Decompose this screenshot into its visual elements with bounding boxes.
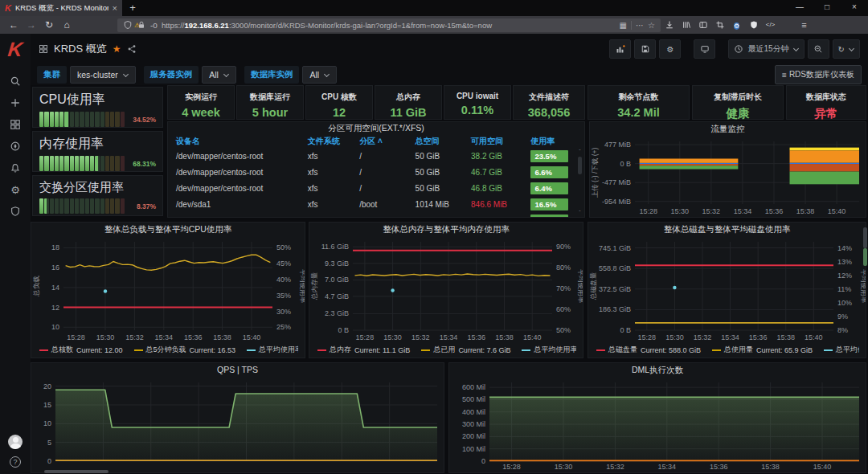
- extension-code-icon[interactable]: </>: [762, 16, 779, 34]
- configuration-gear-icon[interactable]: ⚙: [9, 184, 22, 197]
- gauge-title: 交换分区使用率: [39, 180, 156, 195]
- page-actions-icon[interactable]: ⋯: [636, 21, 644, 30]
- extension-gear-icon[interactable]: ⚙: [728, 16, 745, 34]
- downloads-icon[interactable]: [661, 20, 678, 30]
- table-row[interactable]: /dev/mapper/centos-rootxfs/50 GiB46.7 Gi…: [168, 164, 584, 180]
- qr-pixel-icon[interactable]: ▦: [620, 21, 627, 30]
- legend-swatch: [596, 349, 605, 351]
- vertical-scrollbar-thumb-green[interactable]: [863, 248, 867, 266]
- explore-compass-icon[interactable]: [9, 141, 22, 153]
- legend-item[interactable]: 总磁盘量Current: 588.0 GiB: [596, 345, 701, 355]
- panel-title-qps[interactable]: QPS | TPS: [31, 363, 444, 376]
- filter-value-dropdown[interactable]: All: [302, 66, 337, 84]
- legend-item[interactable]: 总平均使用率Current: 11.1%: [824, 345, 859, 355]
- panel-title-dml[interactable]: DML执行次数: [449, 363, 866, 376]
- help-icon[interactable]: ?: [10, 456, 21, 468]
- table-column-header[interactable]: 设备名: [176, 136, 308, 147]
- rds-dashboards-button[interactable]: ≡RDS数据库仪表板: [775, 65, 862, 84]
- sidebar-toggle-icon[interactable]: [694, 20, 711, 30]
- legend-item[interactable]: 总使用量Current: 65.9 GiB: [712, 345, 813, 355]
- chart-disk[interactable]: 745.1 GiB558.8 GiB372.5 GiB186.3 GiB0 B1…: [588, 235, 866, 343]
- dashboard-title[interactable]: KRDS 概览: [54, 42, 107, 56]
- gauge-segment: [85, 198, 89, 214]
- table-row[interactable]: /dev/mapper/centos-rootxfs/50 GiB38.2 Gi…: [168, 148, 584, 164]
- zoom-out-time-button[interactable]: [808, 39, 829, 59]
- panel-title-disk[interactable]: 整体总磁盘与整体平均磁盘使用率: [588, 223, 866, 235]
- table-column-header[interactable]: 分区 ˄: [359, 136, 415, 147]
- legend-item[interactable]: 总平均使用率Current: 36.3%: [247, 345, 298, 355]
- stat-label: 复制滞后时长: [693, 92, 783, 103]
- filter-value-dropdown[interactable]: kes-cluster: [70, 66, 136, 84]
- table-row[interactable]: /dev/sda1xfs/boot1014 MiB846.6 MiB16.5%: [168, 196, 584, 212]
- create-plus-icon[interactable]: [9, 97, 22, 110]
- horizontal-scrollbar-thumb[interactable]: [44, 470, 108, 473]
- svg-text:15:36: 15:36: [467, 333, 485, 341]
- swap-usage-bargauge[interactable]: [39, 198, 125, 214]
- forward-button[interactable]: →: [23, 16, 40, 34]
- favorite-star-icon[interactable]: ★: [113, 43, 121, 55]
- browser-tab[interactable]: K KRDS 概览 - KRDS Monitor P ×: [0, 0, 122, 16]
- lock-icon[interactable]: ⚠: [137, 20, 146, 30]
- panel-title-memory[interactable]: 整体总内存与整体平均内存使用率: [309, 223, 583, 235]
- permissions-icon[interactable]: -o: [150, 21, 158, 30]
- reload-button[interactable]: ↻: [40, 16, 58, 34]
- time-range-picker[interactable]: 最近15分钟: [728, 39, 804, 59]
- table-column-header[interactable]: 文件系统: [308, 136, 359, 147]
- screenshot-crop-icon[interactable]: [711, 20, 728, 30]
- new-tab-button[interactable]: +: [122, 0, 143, 16]
- back-button[interactable]: ←: [5, 16, 23, 34]
- cpu-usage-bargauge[interactable]: [39, 112, 125, 127]
- vertical-scrollbar-thumb[interactable]: [863, 227, 867, 248]
- table-row[interactable]: /dev/sda1xfs/boot1014 MiB864.0 MiB14.9%: [168, 212, 584, 218]
- window-minimize-button[interactable]: —: [786, 0, 813, 16]
- window-close-button[interactable]: ×: [841, 0, 868, 16]
- chart-load[interactable]: 181614121050%45%40%35%30%25%15:2815:3015…: [31, 235, 305, 343]
- legend-swatch: [247, 349, 256, 351]
- kiosk-tv-button[interactable]: [694, 39, 715, 59]
- chart-dml[interactable]: 600 Mil500 Mil400 Mil300 Mil200 Mil100 M…: [449, 376, 866, 472]
- url-text[interactable]: https://192.168.6.21:3000/monitor/d/KRDS…: [162, 21, 616, 30]
- add-panel-button[interactable]: [609, 39, 631, 59]
- panel-title-load[interactable]: 整体总负载与整体平均CPU使用率: [31, 223, 305, 235]
- refresh-button[interactable]: ↻: [833, 39, 860, 59]
- memory-usage-bargauge[interactable]: [39, 156, 125, 171]
- url-bar[interactable]: ⚠ -o https://192.168.6.21:3000/monitor/d…: [117, 18, 661, 32]
- time-range-label: 最近15分钟: [747, 43, 788, 55]
- svg-text:400 Mil: 400 Mil: [462, 408, 485, 416]
- table-column-header[interactable]: 使用率: [530, 136, 575, 147]
- legend-item[interactable]: 总平均使用率Current: 69.1%: [522, 345, 576, 355]
- server-admin-shield-icon[interactable]: [9, 206, 22, 219]
- save-dashboard-button[interactable]: [634, 39, 656, 59]
- legend-item[interactable]: 总核数Current: 12.00: [39, 345, 123, 355]
- table-scrollbar[interactable]: ˆˇ: [576, 149, 583, 215]
- legend-item[interactable]: 总5分钟负载Current: 16.53: [134, 345, 236, 355]
- chart-memory[interactable]: 11.6 GiB9.3 GiB7.0 GiB4.7 GiB2.3 GiB0 B9…: [309, 235, 583, 343]
- extension-shield-icon[interactable]: [745, 20, 762, 30]
- table-cell-available: 46.7 GiB: [471, 168, 530, 177]
- library-icon[interactable]: [678, 20, 694, 30]
- tab-close-icon[interactable]: ×: [113, 3, 117, 13]
- dashboards-icon[interactable]: [9, 119, 22, 132]
- table-column-header[interactable]: 总空间: [416, 136, 471, 147]
- filter-value-dropdown[interactable]: All: [202, 66, 236, 84]
- table-column-header[interactable]: 可用空间: [471, 136, 530, 147]
- dashboard-settings-button[interactable]: ⚙: [659, 39, 681, 59]
- panel-title-traffic[interactable]: 流量监控: [590, 122, 866, 135]
- user-avatar[interactable]: [8, 435, 23, 449]
- chart-traffic[interactable]: 477 MiB0 B-477 MiB-954 MiB15:2815:3015:3…: [590, 135, 866, 217]
- tracking-shield-icon[interactable]: [123, 20, 133, 30]
- alerting-bell-icon[interactable]: [9, 162, 22, 175]
- legend-item[interactable]: 总内存Current: 11.1 GiB: [317, 345, 410, 355]
- svg-text:15:40: 15:40: [523, 333, 542, 341]
- share-icon[interactable]: [127, 44, 137, 54]
- bookmark-star-icon[interactable]: ☆: [648, 21, 655, 30]
- legend-item[interactable]: 总已用Current: 7.6 GiB: [421, 345, 510, 355]
- search-icon[interactable]: [9, 76, 22, 88]
- menu-icon[interactable]: ≡: [796, 16, 813, 34]
- table-title[interactable]: 分区可用空间(EXT.*/XFS): [168, 122, 584, 134]
- table-row[interactable]: /dev/mapper/centos-rootxfs/50 GiB46.8 Gi…: [168, 180, 584, 196]
- home-button[interactable]: ⌂: [58, 16, 76, 34]
- chart-qps[interactable]: 20151050: [31, 376, 444, 472]
- grafana-logo[interactable]: K: [0, 34, 32, 64]
- window-maximize-button[interactable]: □: [813, 0, 841, 16]
